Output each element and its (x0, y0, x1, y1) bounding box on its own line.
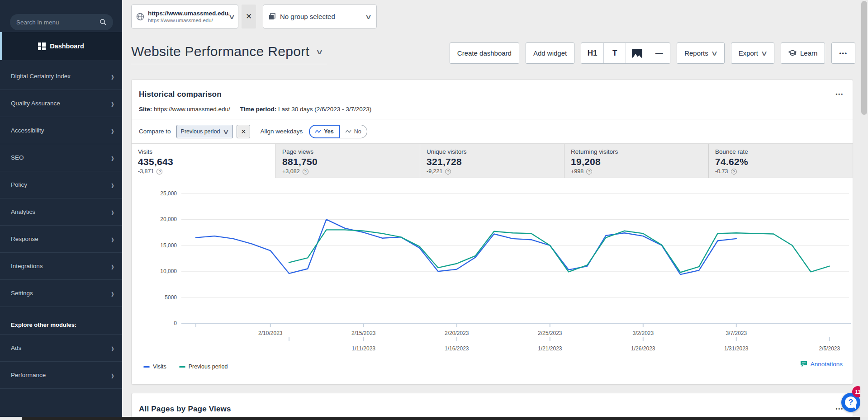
x-axis-tick-current: 2/25/2023 (538, 330, 562, 336)
export-button[interactable]: Export ∨ (731, 42, 774, 64)
add-widget-button[interactable]: Add widget (526, 42, 574, 64)
align-no-button[interactable]: No (340, 125, 367, 138)
sidebar-item-integrations[interactable]: Integrations› (0, 253, 122, 280)
sidebar-search[interactable] (10, 14, 113, 30)
card-subtitle: Site: https://www.umassmed.edu/ Time per… (139, 106, 371, 113)
stat-tab-bounce-rate[interactable]: Bounce rate74.62%-0.73? (708, 144, 853, 178)
compare-label: Compare to (139, 128, 171, 135)
image-icon (632, 49, 642, 58)
sidebar-item-policy[interactable]: Policy› (0, 171, 122, 198)
annotations-link[interactable]: Annotations (800, 361, 843, 368)
pages-card-title: All Pages by Page Views (139, 405, 231, 414)
heading-tool-button[interactable]: H1 (581, 43, 603, 63)
clear-compare-button[interactable]: ✕ (237, 125, 250, 138)
active-accent-bar (0, 32, 2, 60)
search-input[interactable] (16, 19, 100, 26)
question-circle-icon[interactable]: ? (303, 169, 308, 175)
site-url-secondary: https://www.umassmed.edu/ (148, 18, 229, 23)
period-label: Time period: (240, 106, 276, 113)
text-tool-button[interactable]: T (603, 43, 626, 63)
stat-label: Page views (282, 148, 420, 155)
question-circle-icon[interactable]: ? (157, 169, 162, 175)
x-axis-tick-current: 3/7/2023 (726, 330, 747, 336)
report-title-dropdown[interactable]: Website Performance Report ∨ (131, 44, 327, 64)
stat-tab-page-views[interactable]: Page views881,750+3,082? (275, 144, 420, 178)
question-circle-icon[interactable]: ? (731, 169, 737, 175)
sidebar-item-digital-certainty-index[interactable]: Digital Certainty Index› (0, 63, 122, 90)
stat-tab-returning-visitors[interactable]: Returning visitors19,208+998? (564, 144, 708, 178)
reports-label: Reports (684, 49, 708, 57)
site-url-primary: https://www.umassmed.edu/ (148, 10, 229, 17)
sidebar-item-label: Digital Certainty Index (11, 73, 111, 80)
sidebar-item-label: Integrations (11, 263, 111, 269)
title-chevron-icon: ∨ (315, 47, 324, 57)
align-weekdays-toggle: Yes No (309, 125, 367, 138)
sidebar-item-seo[interactable]: SEO› (0, 144, 122, 171)
compare-period-select[interactable]: Previous period ∨ (176, 125, 233, 138)
sidebar-item-accessibility[interactable]: Accessibility› (0, 117, 122, 144)
legend-item-previous-period[interactable]: Previous period (179, 363, 228, 370)
close-icon: ✕ (246, 12, 252, 21)
x-axis-tick-previous: 1/11/2023 (352, 345, 376, 352)
close-icon: ✕ (241, 128, 247, 135)
clear-site-button[interactable]: ✕ (242, 5, 256, 28)
image-tool-button[interactable] (626, 43, 648, 63)
more-actions-button[interactable]: ••• (831, 42, 855, 64)
question-circle-icon[interactable]: ? (445, 169, 451, 175)
stat-tab-unique-visitors[interactable]: Unique visitors321,728-9,221? (420, 144, 564, 178)
vertical-scrollbar-thumb[interactable] (861, 1, 867, 115)
stat-delta: -0.73 (715, 168, 728, 175)
sidebar-item-label: Response (11, 236, 111, 242)
legend-item-visits[interactable]: Visits (143, 363, 166, 370)
x-axis-tick-current: 2/15/2023 (351, 330, 376, 336)
sidebar-item-ads[interactable]: Ads› (0, 335, 122, 362)
site-label: Site: (139, 106, 152, 113)
stat-delta: -9,221 (427, 168, 442, 175)
align-yes-button[interactable]: Yes (309, 125, 340, 138)
y-axis-tick: 0 (174, 320, 177, 326)
reports-button[interactable]: Reports ∨ (677, 42, 725, 64)
sidebar-item-dashboard[interactable]: Dashboard (0, 32, 122, 60)
chevron-right-icon: › (111, 260, 114, 272)
toolbar: Create dashboard Add widget H1 T — Repor… (450, 42, 855, 64)
site-selector[interactable]: https://www.umassmed.edu/ https://www.um… (131, 5, 238, 28)
chevron-down-icon: ∨ (760, 49, 768, 57)
y-axis-tick: 15,000 (160, 242, 177, 249)
create-dashboard-button[interactable]: Create dashboard (450, 42, 519, 64)
sidebar-item-response[interactable]: Response› (0, 226, 122, 253)
group-selector[interactable]: No group selected ∨ (263, 5, 377, 28)
card-more-button[interactable]: ••• (835, 91, 844, 97)
ellipsis-icon: ••• (839, 50, 848, 57)
chevron-right-icon: › (111, 124, 114, 137)
stat-label: Returning visitors (571, 148, 708, 155)
sidebar-item-quality-assurance[interactable]: Quality Assurance› (0, 90, 122, 117)
horizontal-scrollbar-thumb[interactable] (22, 417, 860, 420)
graduation-cap-icon (788, 50, 797, 57)
x-axis-tick-previous: 1/31/2023 (724, 345, 749, 352)
learn-button[interactable]: Learn (781, 42, 825, 64)
chevron-right-icon: › (111, 369, 114, 381)
chevron-down-icon: ∨ (228, 13, 235, 21)
compare-controls: Compare to Previous period ∨ ✕ Align wee… (132, 119, 853, 143)
annotations-label: Annotations (811, 361, 843, 368)
y-axis-tick: 20,000 (160, 216, 177, 222)
sidebar-item-analytics[interactable]: Analytics› (0, 198, 122, 226)
legend-swatch (143, 366, 150, 368)
sidebar-item-settings[interactable]: Settings› (0, 280, 122, 307)
search-icon[interactable] (100, 19, 107, 26)
y-axis-tick: 25,000 (160, 190, 177, 197)
chevron-down-icon: ∨ (711, 49, 718, 57)
stat-delta: +998 (571, 168, 583, 175)
export-label: Export (739, 49, 758, 57)
legend-swatch (179, 366, 185, 368)
divider-tool-button[interactable]: — (648, 43, 670, 63)
horizontal-scrollbar[interactable] (0, 417, 868, 420)
chevron-down-icon: ∨ (365, 13, 372, 21)
historical-chart: 25,00020,00015,00010,000500002/10/20232/… (132, 178, 854, 358)
question-circle-icon[interactable]: ? (586, 169, 592, 175)
align-weekdays-label: Align weekdays (260, 128, 303, 135)
vertical-scrollbar[interactable] (860, 0, 868, 417)
stat-tab-visits[interactable]: Visits435,643-3,871? (132, 144, 275, 178)
sidebar-item-performance[interactable]: Performance› (0, 362, 122, 389)
stat-delta: -3,871 (138, 168, 154, 175)
